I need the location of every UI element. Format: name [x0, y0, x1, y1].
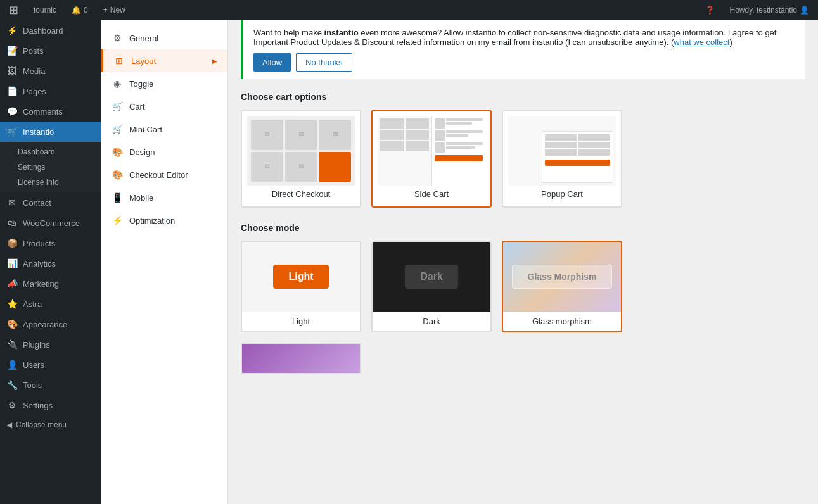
popup-cta	[545, 160, 610, 166]
sidebar-item-pages[interactable]: 📄 Pages	[0, 81, 101, 101]
cart-option-direct-checkout[interactable]: 🖼 🖼 🖼 🖼 🖼 Direct Checkout	[241, 110, 361, 208]
side-cart-cta	[435, 155, 483, 161]
sidebar-item-posts[interactable]: 📝 Posts	[0, 41, 101, 61]
products-icon: 📦	[6, 238, 18, 248]
toggle-icon: ◉	[112, 79, 123, 89]
what-we-collect-link[interactable]: what we collect	[674, 37, 729, 47]
design-icon: 🎨	[112, 147, 123, 157]
instantio-sub-license[interactable]: License Info	[0, 175, 101, 190]
sub-nav-layout[interactable]: ⊞ Layout ▶	[101, 49, 227, 72]
howdy-text: Howdy, testinstantio	[730, 6, 798, 15]
sidebar-label-astra: Astra	[23, 299, 42, 309]
mode-card-glass-morphism[interactable]: Glass Morphism Glass morphism	[502, 241, 622, 332]
general-icon: ⚙	[112, 33, 123, 43]
mode-card-dark[interactable]: Dark Dark	[371, 241, 492, 332]
sub-nav-mini-cart[interactable]: 🛒 Mini Cart	[101, 118, 227, 141]
sidebar-label-plugins: Plugins	[23, 340, 50, 350]
admin-bar-right: ❓ Howdy, testinstantio 👤	[701, 0, 814, 20]
new-item[interactable]: + New	[99, 0, 129, 20]
admin-bar: ⊞ tournic 🔔 0 + New ❓ Howdy, testinstant…	[0, 0, 818, 20]
grid-cell-6	[319, 152, 351, 182]
instantio-sub-settings[interactable]: Settings	[0, 160, 101, 175]
collapse-icon: ◀	[6, 420, 12, 429]
sidebar-item-marketing[interactable]: 📣 Marketing	[0, 274, 101, 294]
sidebar-item-dashboard[interactable]: ⚡ Dashboard	[0, 20, 101, 41]
howdy-item[interactable]: Howdy, testinstantio 👤	[726, 0, 814, 20]
sidebar-label-media: Media	[23, 66, 45, 76]
wp-icon: ⊞	[9, 3, 18, 17]
sidebar-item-woocommerce[interactable]: 🛍 WooCommerce	[0, 213, 101, 233]
grid-cell-5: 🖼	[285, 152, 317, 182]
cart-option-side-cart[interactable]: Side Cart	[371, 110, 492, 208]
sub-nav-label-checkout-editor: Checkout Editor	[129, 170, 188, 180]
allow-button[interactable]: Allow	[253, 53, 291, 72]
light-mode-label: Light	[242, 312, 360, 331]
mode-card-light[interactable]: Light Light	[241, 241, 361, 332]
sidebar-label-tools: Tools	[23, 381, 42, 390]
cart-option-popup-cart[interactable]: Popup Cart	[502, 110, 622, 208]
sidebar-item-products[interactable]: 📦 Products	[0, 233, 101, 253]
no-thanks-button[interactable]: No thanks	[296, 53, 352, 72]
sidebar-item-instantio[interactable]: 🛒 Instantio	[0, 122, 101, 142]
chevron-right-icon: ▶	[212, 58, 217, 65]
sidebar-label-woocommerce: WooCommerce	[23, 218, 80, 228]
purple-mode-preview[interactable]	[241, 343, 361, 374]
instantio-submenu: Dashboard Settings License Info	[0, 142, 101, 192]
sidebar-item-plugins[interactable]: 🔌 Plugins	[0, 334, 101, 355]
sub-nav: ⚙ General ⊞ Layout ▶ ◉ Toggle 🛒 Cart 🛒 M…	[101, 20, 228, 504]
notice-actions: Allow No thanks	[253, 53, 795, 72]
cart-options-grid: 🖼 🖼 🖼 🖼 🖼 Direct Checkout	[241, 110, 805, 208]
sidebar-item-tools[interactable]: 🔧 Tools	[0, 375, 101, 395]
contact-icon: ✉	[6, 198, 18, 208]
sub-nav-checkout-editor[interactable]: 🎨 Checkout Editor	[101, 163, 227, 186]
sub-nav-general[interactable]: ⚙ General	[101, 27, 227, 49]
sidebar-label-contact: Contact	[23, 198, 51, 208]
marketing-icon: 📣	[6, 279, 18, 289]
site-name-item[interactable]: tournic	[30, 0, 60, 20]
bell-icon: 🔔	[72, 6, 81, 15]
sidebar-item-comments[interactable]: 💬 Comments	[0, 101, 101, 122]
notif-item[interactable]: 🔔 0	[68, 0, 92, 20]
optimization-icon: ⚡	[112, 215, 123, 225]
sub-nav-optimization[interactable]: ⚡ Optimization	[101, 209, 227, 232]
notice-banner: Want to help make instantio even more aw…	[241, 20, 805, 79]
analytics-icon: 📊	[6, 258, 18, 268]
sidebar-item-analytics[interactable]: 📊 Analytics	[0, 253, 101, 274]
settings-icon: ⚙	[6, 400, 18, 410]
woocommerce-icon: 🛍	[6, 218, 18, 228]
mode-options-title: Choose mode	[241, 223, 805, 233]
sidebar-label-marketing: Marketing	[23, 279, 59, 289]
cart-icon: 🛒	[112, 101, 123, 111]
sub-nav-mobile[interactable]: 📱 Mobile	[101, 186, 227, 209]
grid-cell-4: 🖼	[251, 152, 283, 182]
light-mode-btn-label: Light	[273, 265, 328, 289]
collapse-menu[interactable]: ◀ Collapse menu	[0, 415, 101, 434]
sub-nav-cart[interactable]: 🛒 Cart	[101, 95, 227, 118]
sidebar-label-posts: Posts	[23, 46, 44, 56]
sidebar-item-astra[interactable]: ⭐ Astra	[0, 294, 101, 314]
sidebar-item-contact[interactable]: ✉ Contact	[0, 192, 101, 213]
content-area: ⚙ General ⊞ Layout ▶ ◉ Toggle 🛒 Cart 🛒 M…	[101, 20, 818, 504]
sub-nav-toggle[interactable]: ◉ Toggle	[101, 72, 227, 95]
grid-cell-2: 🖼	[285, 120, 317, 150]
sidebar-item-media[interactable]: 🖼 Media	[0, 61, 101, 81]
sidebar-item-settings[interactable]: ⚙ Settings	[0, 395, 101, 415]
wp-logo-item[interactable]: ⊞	[5, 0, 22, 20]
sidebar-item-users[interactable]: 👤 Users	[0, 355, 101, 375]
dark-mode-label: Dark	[373, 312, 490, 331]
user-avatar: 👤	[800, 6, 809, 15]
astra-icon: ⭐	[6, 299, 18, 309]
mobile-icon: 📱	[112, 192, 123, 203]
users-icon: 👤	[6, 360, 18, 370]
direct-checkout-label: Direct Checkout	[247, 189, 355, 201]
sidebar-item-appearance[interactable]: 🎨 Appearance	[0, 314, 101, 334]
help-item[interactable]: ❓	[701, 0, 719, 20]
sub-nav-design[interactable]: 🎨 Design	[101, 141, 227, 163]
instantio-sub-dashboard[interactable]: Dashboard	[0, 144, 101, 160]
sidebar-label-comments: Comments	[23, 107, 63, 117]
sub-nav-label-design: Design	[129, 148, 155, 157]
dark-mode-preview: Dark	[373, 242, 490, 312]
help-icon: ❓	[705, 6, 715, 15]
light-mode-preview: Light	[242, 242, 360, 312]
checkout-editor-icon: 🎨	[112, 170, 123, 180]
